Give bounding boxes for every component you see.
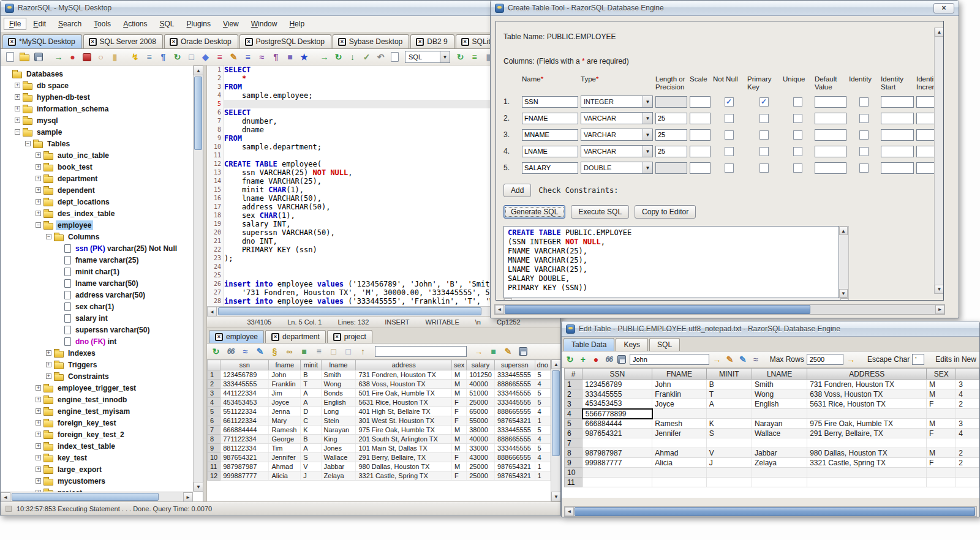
edit-data-cell[interactable]: [956, 468, 979, 478]
data-cell[interactable]: 661122334: [221, 416, 269, 426]
data-cell[interactable]: Jones: [321, 444, 356, 453]
edit-data-cell[interactable]: V: [706, 448, 752, 458]
unique-checkbox[interactable]: [793, 163, 802, 173]
edit-data-cell[interactable]: [956, 478, 979, 487]
sql-preview-horizontal-scrollbar[interactable]: ◄ ►: [503, 298, 849, 301]
collapse-icon[interactable]: −: [36, 222, 41, 228]
edit-data-cell[interactable]: Alicia: [652, 458, 706, 468]
table-row[interactable]: 12999887777AliciaJZelaya3321 Castle, Spr…: [208, 471, 551, 481]
scroll-left-icon[interactable]: ◄: [565, 507, 574, 516]
chevron-down-icon[interactable]: ▼: [643, 129, 652, 140]
data-cell[interactable]: F: [452, 471, 467, 481]
sql-mode-select[interactable]: SQL▼: [405, 51, 450, 63]
tree-item[interactable]: salary int: [2, 312, 193, 324]
data-cell[interactable]: 975 Fire Oak, Humble TX: [356, 426, 452, 435]
table-row[interactable]: 4453453453JoyceAEnglish5631 Rice, Housto…: [208, 398, 551, 407]
row-list-icon[interactable]: ≡: [213, 51, 226, 64]
data-cell[interactable]: 333445555: [494, 370, 535, 380]
generate-sql-button[interactable]: Generate SQL: [503, 205, 565, 219]
data-cell[interactable]: V: [301, 462, 321, 471]
editor-hscroll-thumb[interactable]: [218, 307, 481, 315]
edit-data-cell[interactable]: S: [706, 429, 752, 438]
data-cell[interactable]: 333445555: [494, 426, 535, 435]
edit-data-cell[interactable]: 2: [956, 399, 979, 409]
table-row[interactable]: 10987654321JenniferSWallace291 Berry, Be…: [208, 453, 551, 462]
data-cell[interactable]: 43000: [467, 453, 495, 462]
connection-tab-oracle-desktop[interactable]: ×Oracle Desktop: [164, 34, 238, 48]
data-cell[interactable]: 5: [535, 389, 550, 398]
data-cell[interactable]: 101 Main St, Dallas TX: [356, 444, 452, 453]
data-cell[interactable]: B: [301, 370, 321, 380]
data-cell[interactable]: 333445555: [221, 380, 269, 389]
close-tab-icon[interactable]: ×: [8, 38, 16, 46]
tree-item[interactable]: +auto_inc_table: [2, 149, 193, 161]
create-table-titlebar[interactable]: Create Table Tool - RazorSQL Database En…: [491, 1, 959, 16]
menu-sql[interactable]: SQL: [154, 18, 180, 30]
scroll-up-icon[interactable]: ▲: [839, 227, 848, 235]
data-cell[interactable]: 55000: [467, 416, 495, 426]
edit-row-number[interactable]: 9: [565, 458, 582, 468]
edit-data-cell[interactable]: [927, 409, 956, 419]
data-cell[interactable]: 888665555: [494, 435, 535, 444]
chevron-down-icon[interactable]: ▼: [643, 146, 652, 157]
data-cell[interactable]: 1: [535, 462, 550, 471]
connection-tab-db2-9[interactable]: ×DB2 9: [410, 34, 454, 48]
check-syntax-icon[interactable]: ✓: [360, 51, 373, 64]
column-name-field[interactable]: [522, 162, 578, 174]
identity-start-field[interactable]: [881, 96, 914, 108]
execute-icon[interactable]: →: [318, 51, 331, 64]
data-cell[interactable]: 666884444: [221, 426, 269, 435]
rollback-icon[interactable]: ○: [94, 51, 107, 64]
edit-column-header-num[interactable]: #: [565, 369, 582, 380]
edit-data-cell[interactable]: Zelaya: [752, 458, 807, 468]
edit-data-cell[interactable]: 3: [956, 380, 979, 389]
identity-start-field[interactable]: [881, 162, 914, 174]
data-cell[interactable]: Alicia: [269, 471, 301, 481]
data-cell[interactable]: Jennifer: [269, 453, 301, 462]
scroll-up-icon[interactable]: ▲: [935, 28, 944, 37]
data-cell[interactable]: 453453453: [221, 398, 269, 407]
identity-checkbox[interactable]: [859, 147, 869, 156]
edit-data-cell[interactable]: John: [652, 380, 706, 389]
data-cell[interactable]: 1: [535, 416, 550, 426]
tree-item[interactable]: −Columns: [2, 231, 193, 242]
edit-data-cell[interactable]: [582, 478, 652, 487]
data-cell[interactable]: 5: [535, 426, 550, 435]
tree-vertical-scrollbar[interactable]: ▲ ▼: [193, 66, 203, 492]
data-cell[interactable]: F: [452, 416, 467, 426]
sql-preview-vertical-scrollbar[interactable]: ▲ ▼: [839, 226, 849, 298]
data-cell[interactable]: Wong: [321, 380, 356, 389]
data-cell[interactable]: A: [301, 398, 321, 407]
menu-plugins[interactable]: Plugins: [181, 18, 216, 30]
expand-icon[interactable]: +: [36, 408, 41, 414]
scroll-down-icon[interactable]: ▼: [935, 285, 944, 294]
default-value-field[interactable]: [815, 113, 846, 124]
expand-icon[interactable]: +: [36, 152, 41, 158]
edit-data-cell[interactable]: [752, 438, 807, 448]
data-cell[interactable]: 888666555: [494, 453, 535, 462]
edit-cell-icon[interactable]: ✎: [254, 345, 266, 358]
data-cell[interactable]: M: [452, 462, 467, 471]
edit-data-cell[interactable]: [807, 478, 927, 487]
tree-hscroll-thumb[interactable]: [12, 493, 159, 501]
data-cell[interactable]: Jabbar: [321, 462, 356, 471]
disconnect-icon[interactable]: ●: [66, 51, 79, 64]
edit-table-row[interactable]: 6987654321JenniferSWallace291 Berry, Bel…: [565, 429, 979, 438]
edit-table-titlebar[interactable]: Edit Table - PUBLIC.EMPLOYEE utf8_notepa…: [562, 321, 979, 337]
collapse-icon[interactable]: −: [25, 141, 31, 146]
edit-row-number[interactable]: 5: [565, 419, 582, 429]
data-cell[interactable]: 881122334: [221, 444, 269, 453]
scale-field[interactable]: [690, 113, 710, 124]
data-cell[interactable]: 401 High St, Bellaire TX: [356, 407, 452, 416]
tree-item[interactable]: +mycustomers: [2, 475, 193, 487]
scroll-down-icon[interactable]: ▼: [194, 482, 203, 492]
data-cell[interactable]: 4: [535, 407, 550, 416]
data-cell[interactable]: 987654321: [494, 416, 535, 426]
table-row[interactable]: 9881122334TimAJones101 Main St, Dallas T…: [208, 444, 551, 453]
data-cell[interactable]: 123456789: [221, 370, 269, 380]
tree-item[interactable]: +foreign_key_test_2: [2, 429, 193, 440]
expand-icon[interactable]: +: [36, 478, 41, 484]
data-cell[interactable]: M: [452, 380, 467, 389]
edit-data-cell[interactable]: M: [927, 380, 956, 389]
tree-item[interactable]: +employee_trigger_test: [2, 382, 193, 394]
